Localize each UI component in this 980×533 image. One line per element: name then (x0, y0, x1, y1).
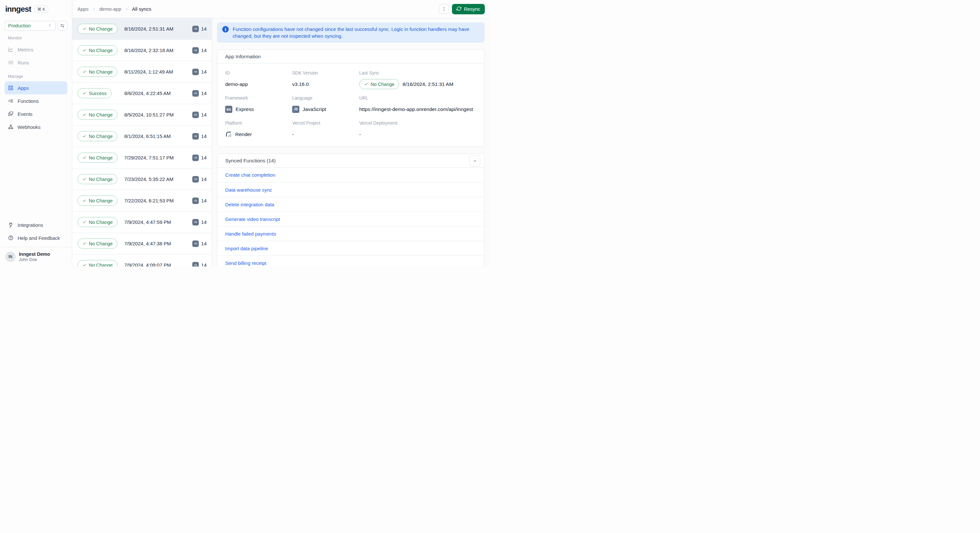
function-count: 14 (201, 69, 207, 75)
sidebar-item-label: Runs (18, 60, 29, 65)
sync-status-badge: No Change (78, 67, 118, 77)
sync-timestamp: 7/9/2024, 4:47:38 PM (124, 241, 171, 246)
breadcrumb: Appsdemo-appAll syncs (78, 6, 151, 12)
code-icon (192, 154, 199, 161)
synced-function-row: Data warehouse sync (217, 182, 484, 197)
sync-status-label: No Change (89, 198, 113, 204)
chevron-up-icon (473, 159, 477, 163)
sidebar-nav: Monitor Metrics RunsManage Apps Function… (5, 30, 67, 134)
sync-list-item[interactable]: Success 8/6/2024, 4:22:45 AM 14 (72, 83, 212, 104)
sync-list-item[interactable]: No Change 8/1/2024, 6:51:15 AM 14 (72, 126, 212, 147)
sidebar-item-webhooks[interactable]: Webhooks (5, 120, 67, 134)
sync-list-item[interactable]: No Change 7/9/2024, 4:47:59 PM 14 (72, 212, 212, 233)
field-value-text: demo-app (225, 81, 248, 87)
synced-function-row: Create chat completion (217, 167, 484, 182)
function-link[interactable]: Send billing receipt (225, 260, 266, 266)
sidebar-item-label: Apps (18, 85, 29, 91)
sync-list-item[interactable]: No Change 7/9/2024, 4:09:07 PM 14 (72, 255, 212, 266)
sidebar-item-label: Functions (18, 98, 39, 104)
code-icon (194, 91, 198, 95)
more-options-button[interactable] (439, 4, 449, 14)
function-link[interactable]: Delete integration data (225, 202, 274, 207)
function-link[interactable]: Import data pipeline (225, 246, 268, 251)
resync-label: Resync (464, 6, 480, 12)
sync-status-label: No Change (89, 48, 113, 53)
sidebar-item-metrics[interactable]: Metrics (5, 43, 67, 56)
function-count: 14 (201, 134, 207, 139)
function-link[interactable]: Data warehouse sync (225, 187, 272, 193)
function-count: 14 (201, 155, 207, 161)
sidebar-item-help-and-feedback[interactable]: Help and Feedback (5, 231, 67, 244)
function-count: 14 (201, 241, 207, 246)
express-icon: ex (225, 106, 232, 113)
synced-functions-header: Synced Functions (14) (217, 154, 484, 167)
sync-list-item[interactable]: No Change 8/16/2024, 2:51:31 AM 14 (72, 18, 212, 40)
field-label: Platform (225, 120, 292, 126)
code-icon (194, 177, 198, 181)
sidebar-item-apps[interactable]: Apps (5, 81, 67, 94)
sync-list: No Change 8/16/2024, 2:51:31 AM 14 No Ch… (72, 18, 212, 266)
field-value-text: JavaScript (302, 107, 326, 112)
check-icon (82, 220, 86, 224)
section-label-manage: Manage (8, 73, 64, 80)
code-icon (192, 47, 199, 54)
sidebar-item-events[interactable]: Events (5, 107, 67, 120)
chevron-right-icon (92, 7, 96, 11)
sync-status-badge: No Change (78, 217, 118, 227)
app-detail-panel: i Function configurations have not chang… (212, 18, 490, 266)
synced-function-row: Send billing receipt (217, 255, 484, 266)
collapse-button[interactable] (469, 155, 480, 166)
avatar: IN (5, 251, 16, 262)
sidebar-footer-nav: Integrations Help and Feedback (5, 218, 67, 244)
topbar-actions: Resync (439, 4, 485, 14)
sidebar-item-integrations[interactable]: Integrations (5, 218, 67, 231)
chevron-updown-icon (48, 23, 52, 29)
environment-settings-button[interactable] (57, 21, 67, 30)
sync-timestamp: 7/23/2024, 5:35:22 AM (124, 177, 173, 182)
function-link[interactable]: Handle failed payments (225, 231, 276, 237)
synced-functions-list: Create chat completion Data warehouse sy… (217, 167, 484, 266)
field-label: ID (225, 70, 292, 76)
inngest-dashboard: inngest ⌘ K Production Monitor Metrics R… (0, 0, 490, 266)
check-icon (82, 242, 86, 246)
sync-list-item[interactable]: No Change 7/22/2024, 6:21:53 PM 14 (72, 190, 212, 212)
sync-list-item[interactable]: No Change 8/11/2024, 1:12:49 AM 14 (72, 61, 212, 83)
sync-status-badge: No Change (78, 24, 118, 34)
resync-button[interactable]: Resync (452, 4, 485, 14)
function-count: 14 (201, 91, 207, 96)
info-icon: i (222, 26, 229, 33)
sync-status-label: No Change (89, 220, 113, 225)
code-icon (194, 199, 198, 203)
section-label-monitor: Monitor (8, 35, 64, 41)
app-info-field-framework: Framework exExpress (225, 95, 292, 114)
sync-status-badge: No Change (78, 260, 118, 266)
field-label: Vercel Deployment (359, 120, 476, 126)
field-label: Framework (225, 95, 292, 101)
sidebar-item-label: Integrations (18, 222, 43, 228)
sync-list-item[interactable]: No Change 7/9/2024, 4:47:38 PM 14 (72, 233, 212, 255)
command-k-shortcut[interactable]: ⌘ K (35, 6, 48, 13)
breadcrumb-item-apps[interactable]: Apps (78, 6, 89, 12)
breadcrumb-item-demo-app[interactable]: demo-app (99, 6, 121, 12)
info-banner: i Function configurations have not chang… (217, 22, 484, 43)
list-runs-icon (8, 60, 14, 65)
function-link[interactable]: Create chat completion (225, 172, 275, 178)
account-menu[interactable]: IN Inngest Demo John Doe (5, 247, 67, 266)
sync-status-label: No Change (89, 263, 113, 267)
sync-list-item[interactable]: No Change 7/23/2024, 5:35:22 AM 14 (72, 169, 212, 190)
sync-list-item[interactable]: No Change 8/16/2024, 2:32:18 AM 14 (72, 40, 212, 61)
code-icon (192, 176, 199, 183)
app-info-field-id: ID demo-app (225, 70, 292, 89)
sync-list-item[interactable]: No Change 7/29/2024, 7:51:17 PM 14 (72, 147, 212, 169)
code-icon (194, 70, 198, 74)
sync-status-label: No Change (89, 155, 113, 161)
sync-timestamp: 7/9/2024, 4:47:59 PM (124, 219, 171, 225)
sidebar-item-runs[interactable]: Runs (5, 56, 67, 69)
sync-list-item[interactable]: No Change 8/5/2024, 10:51:27 PM 14 (72, 104, 212, 126)
function-link[interactable]: Generate video transcript (225, 216, 280, 222)
sidebar-item-functions[interactable]: Functions (5, 94, 67, 107)
synced-functions-title: Synced Functions (14) (225, 158, 275, 164)
environment-selector[interactable]: Production (5, 21, 56, 30)
inngest-logo[interactable]: inngest (5, 5, 31, 14)
code-icon (194, 156, 198, 160)
